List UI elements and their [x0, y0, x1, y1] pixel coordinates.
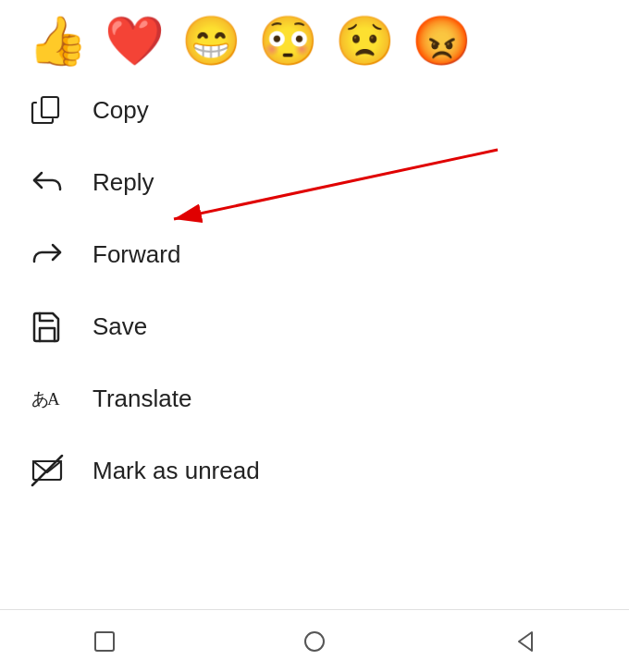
svg-rect-0 — [42, 97, 58, 117]
emoji-worried[interactable]: 😟 — [335, 17, 395, 65]
emoji-grinning[interactable]: 😁 — [181, 17, 241, 65]
menu-item-forward[interactable]: Forward — [0, 218, 629, 290]
context-menu: Copy Reply Forward Save — [0, 74, 629, 507]
menu-item-reply[interactable]: Reply — [0, 146, 629, 218]
nav-recents-button[interactable] — [81, 618, 128, 665]
svg-text:A: A — [47, 389, 60, 409]
menu-item-save[interactable]: Save — [0, 290, 629, 362]
translate-label: Translate — [92, 385, 191, 413]
menu-item-translate[interactable]: あ A Translate — [0, 362, 629, 434]
bottom-navigation — [0, 609, 629, 672]
reply-icon — [28, 163, 67, 202]
svg-line-4 — [32, 456, 62, 485]
mark-unread-icon — [28, 451, 67, 490]
emoji-heart[interactable]: ❤️ — [105, 17, 165, 65]
menu-item-mark-unread[interactable]: Mark as unread — [0, 434, 629, 507]
forward-icon — [28, 235, 67, 274]
emoji-thumbs-up[interactable]: 👍 — [28, 17, 88, 65]
menu-item-copy[interactable]: Copy — [0, 74, 629, 146]
nav-back-button[interactable] — [501, 618, 548, 665]
emoji-angry[interactable]: 😡 — [412, 17, 472, 65]
copy-label: Copy — [92, 96, 149, 125]
emoji-reaction-row: 👍 ❤️ 😁 😳 😟 😡 — [0, 0, 629, 74]
svg-rect-7 — [95, 632, 114, 651]
forward-label: Forward — [92, 240, 180, 269]
copy-icon — [28, 91, 67, 129]
translate-icon: あ A — [28, 379, 67, 418]
svg-point-8 — [305, 632, 324, 651]
emoji-hushed[interactable]: 😳 — [258, 17, 318, 65]
svg-text:あ: あ — [31, 389, 49, 409]
mark-unread-label: Mark as unread — [92, 457, 260, 485]
save-icon — [28, 307, 67, 346]
svg-marker-9 — [519, 632, 532, 651]
save-label: Save — [92, 312, 147, 341]
reply-label: Reply — [92, 168, 154, 197]
nav-home-button[interactable] — [291, 618, 338, 665]
